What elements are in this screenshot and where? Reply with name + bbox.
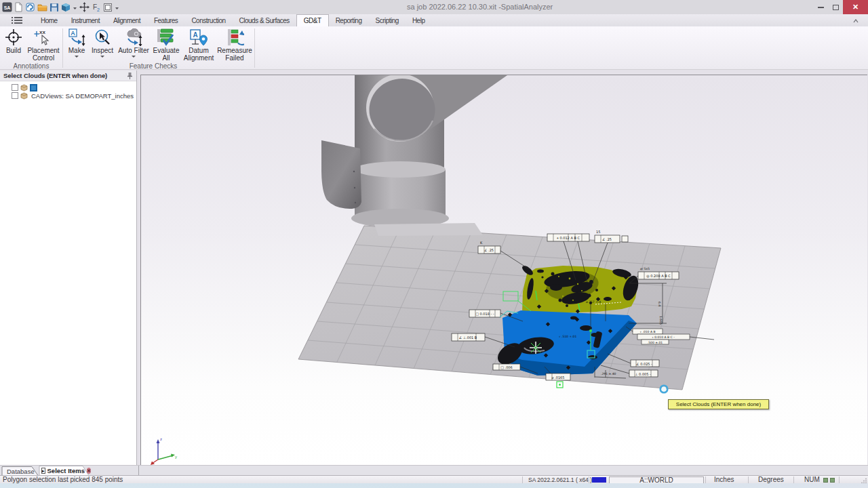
tree-item-selected[interactable] [0, 83, 136, 92]
cloud-group-icon [20, 84, 28, 92]
status-led-1 [823, 478, 828, 483]
status-num: NUM [804, 476, 820, 483]
status-message: Polygon selection last picked 845 points [3, 476, 123, 483]
tab-gdt[interactable]: GD&T [296, 14, 329, 26]
callout-3: ∠ .25 [602, 237, 612, 241]
tab-scripting[interactable]: Scripting [368, 14, 405, 26]
svg-text:A: A [193, 31, 197, 39]
callout-2: ⌖ 0.012 A B C [557, 236, 580, 240]
frame-tool-icon[interactable]: F2 [92, 2, 101, 12]
window-tool-icon[interactable] [103, 3, 113, 12]
minimize-button[interactable] [813, 0, 828, 14]
tab-features[interactable]: Features [147, 14, 184, 26]
inspect-button[interactable]: Inspect [89, 27, 116, 62]
app-logo-icon[interactable]: SA [2, 2, 12, 12]
resize-grip[interactable] [861, 478, 867, 483]
callout-10: ⌀ .0165 [552, 375, 565, 380]
move-tool-icon[interactable] [79, 2, 90, 12]
tree-checkbox-2[interactable] [12, 92, 18, 99]
tab-help[interactable]: Help [406, 14, 432, 26]
make-icon: A [68, 28, 85, 47]
dim-1-665: 1.665 [659, 316, 663, 325]
auto-filter-dropdown-caret[interactable] [132, 56, 136, 58]
axis-z-label: z [160, 437, 162, 441]
tab-select-items[interactable]: ▸ Select Items ✕ [40, 466, 89, 476]
callout-1: ∠ .25 [484, 248, 494, 252]
panel-header: Select Clouds (ENTER when done) [0, 70, 136, 81]
tree-item-cadviews[interactable]: CADViews: SA DEMOPART_inches [0, 92, 136, 100]
tab-database[interactable]: Database [2, 466, 35, 476]
tab-home[interactable]: Home [34, 14, 64, 26]
axis-y-label: y [175, 455, 177, 459]
window-title: sa job 2022.06.22 10.30.xit -SpatialAnal… [407, 3, 553, 11]
datum-alignment-icon: A [189, 28, 208, 47]
tab-reporting[interactable]: Reporting [329, 14, 369, 26]
status-angles[interactable]: Degrees [758, 476, 784, 483]
save-icon[interactable] [50, 3, 59, 12]
status-led-2 [830, 478, 835, 483]
tab-alignment[interactable]: Alignment [106, 14, 147, 26]
group-annotations: Annotations [3, 62, 60, 70]
robot-arm [321, 75, 507, 236]
tree-item-label: CADViews: SA DEMOPART_inches [30, 92, 134, 100]
inspect-dropdown-caret[interactable] [100, 56, 104, 58]
placement-control-button[interactable]: xx PlacementControl [26, 27, 61, 62]
cursor-tooltip: Select Clouds (ENTER when done) [668, 399, 769, 409]
callout-3-count: 15 [596, 230, 600, 234]
qat-dropdown-caret2[interactable] [115, 3, 119, 12]
panel-title: Select Clouds (ENTER when done) [3, 72, 127, 79]
callout-8: ∠ 0.025 - [636, 362, 652, 366]
remeasure-failed-button[interactable]: RemeasureFailed [216, 27, 253, 62]
title-bar: SA F2 sa job 2022.06.22 10.30.xit -Spati… [0, 0, 868, 14]
axes-triad: z y [151, 437, 177, 465]
bottom-tab-bar: Database ▸ Select Items ✕ [0, 465, 868, 475]
make-button[interactable]: A Make [64, 27, 89, 62]
maximize-button[interactable] [828, 0, 843, 14]
callout-7a: ⌖ .010 A B [639, 330, 655, 333]
tab-instrument[interactable]: Instrument [64, 14, 106, 26]
import-icon[interactable] [25, 2, 35, 12]
auto-filter-button[interactable]: Auto Filter [116, 27, 151, 62]
make-dropdown-caret[interactable] [75, 56, 79, 58]
cube-icon[interactable] [61, 3, 71, 12]
status-units[interactable]: Inches [714, 476, 734, 483]
dim-510: ⌖ .510 +.01 [559, 335, 576, 338]
new-file-icon[interactable] [14, 2, 23, 12]
tree-checkbox-1[interactable] [12, 84, 18, 91]
build-icon [5, 28, 22, 47]
placement-control-icon: xx [34, 28, 53, 47]
select-clouds-panel: Select Clouds (ENTER when done) CADViews… [0, 70, 137, 465]
svg-text:2: 2 [97, 7, 100, 12]
pin-icon[interactable] [127, 72, 133, 79]
datum-alignment-button[interactable]: A DatumAlignment [181, 27, 216, 62]
tab-construction[interactable]: Construction [184, 14, 232, 26]
callout-4: ◎ 0.208 A B C [646, 274, 671, 278]
taskbar-strip [0, 483, 868, 488]
status-progress [592, 477, 606, 483]
close-button[interactable]: ✕ [843, 0, 868, 14]
open-folder-icon[interactable] [37, 3, 47, 12]
selected-cloud-icon [30, 84, 37, 92]
viewport-3d[interactable]: ∠ .25 K ⌖ 0.012 A B C ∠ .25 15 ◎ 0.208 A… [140, 75, 867, 465]
close-tab-icon[interactable]: ✕ [87, 468, 91, 474]
build-button[interactable]: Build [1, 27, 26, 62]
svg-text:A: A [71, 30, 75, 37]
dim-6-4: 6.4 [658, 302, 661, 306]
auto-filter-icon [123, 28, 144, 47]
cadviews-icon [20, 92, 28, 100]
ribbon-tab-bar: Home Instrument Alignment Features Const… [0, 14, 868, 26]
ribbon: Build xx PlacementControl A Make Inspect [0, 26, 868, 70]
callout-4-note: ⌀/ 5x5 [640, 267, 650, 270]
ribbon-collapse-icon[interactable] [852, 18, 859, 25]
callout-11: □ .006 [500, 365, 512, 369]
tab-clouds-surfaces[interactable]: Clouds & Surfaces [233, 14, 296, 26]
evaluate-all-button[interactable]: EvaluateAll [151, 27, 181, 62]
menu-icon[interactable] [0, 14, 34, 26]
inspect-icon [94, 28, 111, 47]
svg-text:SA: SA [4, 5, 11, 10]
callout-6: ∠ ⊥.001 B [459, 336, 477, 340]
qat-dropdown-caret[interactable] [73, 3, 77, 12]
callout-7c: .500 ±.01 [648, 341, 663, 344]
callout-5: □ 0.018 - - [475, 312, 494, 316]
group-feature-checks: Feature Checks [62, 62, 244, 70]
